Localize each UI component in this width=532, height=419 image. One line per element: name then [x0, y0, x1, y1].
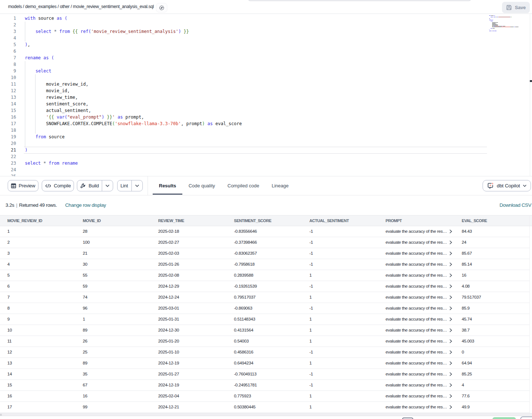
table-row[interactable]: 1282025-02-18-0.83556646-1evaluate the a…	[0, 226, 529, 237]
cell-eval_score: 85.67	[462, 248, 472, 259]
expand-cell-chevron-icon[interactable]	[449, 383, 452, 387]
code-line-10[interactable]: 10	[0, 74, 532, 81]
scrollbar-thumb[interactable]	[0, 414, 2, 416]
table-row[interactable]: 5552025-02-080.28395881evaluate the accu…	[0, 270, 529, 281]
expand-cell-chevron-icon[interactable]	[449, 372, 452, 376]
cell-actual_sentiment: 1	[309, 336, 312, 347]
tab-lineage[interactable]: Lineage	[265, 176, 295, 195]
code-line-1[interactable]: 1with source as (	[0, 15, 532, 22]
table-row[interactable]: 16162025-02-040.7759231evaluate the accu…	[0, 391, 529, 402]
cell-sentiment_score: 0.4131564	[234, 325, 253, 336]
code-line-6[interactable]: 6	[0, 48, 532, 55]
code-line-2[interactable]: 2	[0, 22, 532, 28]
cell-sentiment_score: -0.83556646	[234, 226, 257, 237]
tab-results[interactable]: Results	[153, 176, 182, 195]
code-line-11[interactable]: 11 movie_review_id,	[0, 81, 532, 87]
table-row[interactable]: 3212025-02-03-0.83062357-1evaluate the a…	[0, 248, 529, 259]
expand-cell-chevron-icon[interactable]	[449, 306, 452, 310]
compile-button[interactable]: Compile	[42, 180, 74, 191]
expand-cell-chevron-icon[interactable]	[449, 405, 452, 409]
code-line-17[interactable]: 17 SNOWFLAKE.CORTEX.COMPLETE('snowflake-…	[0, 120, 532, 127]
code-line-13[interactable]: 13 review_time,	[0, 94, 532, 101]
compile-code-icon	[45, 183, 51, 188]
tab-code-quality[interactable]: Code quality	[182, 176, 221, 195]
line-number: 13	[0, 94, 16, 101]
expand-cell-chevron-icon[interactable]	[449, 229, 452, 233]
code-line-20[interactable]: 20	[0, 140, 532, 147]
horizontal-scrollbar[interactable]	[0, 413, 532, 416]
prompt-text: evaluate the accuracy of the res…	[386, 380, 447, 390]
expand-cell-chevron-icon[interactable]	[449, 262, 452, 266]
change-row-display-link[interactable]: Change row display	[65, 195, 106, 215]
expand-cell-chevron-icon[interactable]	[449, 394, 452, 398]
expand-cell-chevron-icon[interactable]	[449, 295, 452, 299]
cutoff-button-1	[402, 418, 413, 419]
table-row[interactable]: 7742024-12-240.795170371evaluate the acc…	[0, 292, 529, 303]
table-row[interactable]: 13892024-12-190.64942341evaluate the acc…	[0, 358, 529, 369]
cell-eval_score: 84.43	[462, 226, 472, 237]
expand-cell-chevron-icon[interactable]	[449, 339, 452, 343]
code-line-7[interactable]: 7rename as (	[0, 55, 532, 61]
code-line-8[interactable]: 8	[0, 61, 532, 68]
dbt-copilot-button[interactable]: dbt Copilot	[483, 180, 531, 191]
lint-button[interactable]: Lint	[118, 180, 131, 191]
table-row[interactable]: 21002025-02-27-0.37398466-1evaluate the …	[0, 237, 529, 248]
table-row[interactable]: 10892024-12-300.41315641evaluate the acc…	[0, 325, 529, 336]
code-line-23[interactable]: 23select * from rename	[0, 160, 532, 167]
table-row[interactable]: 912025-01-310.511483431evaluate the accu…	[0, 314, 529, 325]
code-line-5[interactable]: 5),	[0, 41, 532, 48]
cell-actual_sentiment: 1	[309, 358, 312, 369]
table-row[interactable]: 14352025-01-27-0.76049113-1evaluate the …	[0, 369, 529, 380]
preview-button[interactable]: Preview	[8, 180, 38, 191]
tab-compiled-code[interactable]: Compiled code	[221, 176, 265, 195]
code-line-18[interactable]: 18	[0, 127, 532, 134]
table-row[interactable]: 4302025-01-26-0.7958618-1evaluate the ac…	[0, 259, 529, 270]
download-csv-link[interactable]: Download CSV	[499, 195, 531, 215]
code-line-22[interactable]: 22	[0, 153, 532, 160]
column-header-sentiment_score[interactable]: SENTIMENT_SCORE	[234, 216, 271, 226]
column-header-movie_id[interactable]: MOVIE_ID	[83, 216, 101, 226]
column-header-eval_score[interactable]: EVAL_SCORE	[462, 216, 487, 226]
expand-cell-chevron-icon[interactable]	[449, 328, 452, 332]
build-dropdown-toggle[interactable]	[102, 180, 113, 191]
expand-cell-chevron-icon[interactable]	[449, 251, 452, 255]
expand-cell-chevron-icon[interactable]	[449, 284, 452, 288]
table-row[interactable]: 6592024-12-29-0.19261539-1evaluate the a…	[0, 281, 529, 292]
code-line-3[interactable]: 3 select * from {{ ref('movie_review_sen…	[0, 28, 532, 35]
code-line-9[interactable]: 9 select	[0, 68, 532, 74]
editor-minimap[interactable]	[489, 15, 523, 37]
code-line-14[interactable]: 14 sentiment_score,	[0, 101, 532, 107]
table-row[interactable]: 15672024-12-19-0.24951781-1evaluate the …	[0, 380, 529, 391]
column-header-review_time[interactable]: REVIEW_TIME	[158, 216, 184, 226]
table-row[interactable]: 8962025-03-01-0.869063-1evaluate the acc…	[0, 303, 529, 314]
expand-cell-chevron-icon[interactable]	[449, 240, 452, 244]
table-row[interactable]: 12252025-01-100.4586316-1evaluate the ac…	[0, 347, 529, 358]
column-header-movie_review_id[interactable]: MOVIE_REVIEW_ID	[7, 216, 42, 226]
code-line-4[interactable]: 4	[0, 35, 532, 41]
column-header-prompt[interactable]: PROMPT	[386, 216, 402, 226]
table-row[interactable]: 11262025-01-200.540031evaluate the accur…	[0, 336, 529, 347]
code-line-19[interactable]: 19 from source	[0, 134, 532, 140]
expand-cell-chevron-icon[interactable]	[449, 273, 452, 277]
code-line-16[interactable]: 16 '{{ var("eval_prompt") }}' as prompt,	[0, 114, 532, 120]
breadcrumb[interactable]: models / demo_examples / other / movie_r…	[8, 0, 154, 14]
cell-sentiment_score: -0.76049113	[234, 369, 257, 379]
column-header-actual_sentiment[interactable]: ACTUAL_SENTIMENT	[309, 216, 349, 226]
build-button[interactable]: Build	[77, 180, 102, 191]
cell-prompt: evaluate the accuracy of the res…	[386, 336, 452, 347]
code-editor[interactable]: 1with source as (23 select * from {{ ref…	[0, 14, 532, 176]
code-line-21[interactable]: 21)	[0, 147, 532, 153]
save-button[interactable]: Save	[502, 2, 530, 13]
code-line-15[interactable]: 15 actual_sentiment,	[0, 107, 532, 114]
expand-cell-chevron-icon[interactable]	[449, 350, 452, 354]
copilot-file-button[interactable]	[156, 3, 167, 12]
code-line-24[interactable]: 24	[0, 167, 532, 173]
expand-cell-chevron-icon[interactable]	[449, 317, 452, 321]
table-row[interactable]: 17992024-12-210.503804451evaluate the ac…	[0, 402, 529, 413]
cell-movie_review_id: 17	[7, 402, 12, 412]
expand-cell-chevron-icon[interactable]	[449, 361, 452, 365]
cell-sentiment_score: -0.24951781	[234, 380, 257, 390]
code-line-12[interactable]: 12 movie_id,	[0, 87, 532, 94]
cell-prompt: evaluate the accuracy of the res…	[386, 292, 452, 303]
lint-dropdown-toggle[interactable]	[131, 180, 142, 191]
